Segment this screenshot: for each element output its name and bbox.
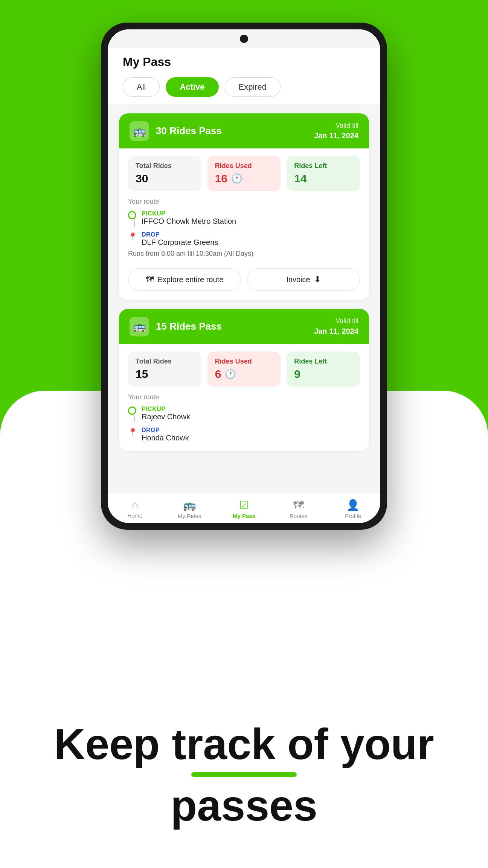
pass-name-15: 15 Rides Pass [156, 321, 222, 332]
drop-name-15: Honda Chowk [142, 434, 189, 442]
pass-card-30: 🚌 30 Rides Pass Valid till Jan 11, 2024 [119, 113, 369, 300]
total-rides-box-15: Total Rides 15 [128, 351, 201, 387]
nav-item-profile[interactable]: 👤 Profile [326, 499, 380, 519]
tagline-line2: passes [0, 781, 488, 830]
ride-stats-30: Total Rides 30 Rides Used 16 🕐 [119, 148, 369, 194]
camera [240, 35, 248, 43]
tagline-underline [191, 772, 297, 777]
pass-bus-icon-15: 🚌 [130, 317, 149, 336]
explore-label-30: Explore entire route [158, 275, 224, 284]
drop-stop-15: 📍 DROP Honda Chowk [128, 427, 360, 442]
nav-label-profile: Profile [345, 513, 361, 519]
pickup-info-30: PICKUP IFFCO Chowk Metro Station [142, 210, 236, 226]
total-rides-box-30: Total Rides 30 [128, 156, 201, 191]
valid-till-label-30: Valid till [314, 121, 358, 130]
total-rides-label-15: Total Rides [136, 358, 194, 365]
pass-card-15: 🚌 15 Rides Pass Valid till Jan 11, 2024 [119, 309, 369, 451]
action-buttons-30: 🗺 Explore entire route Invoice ⬇ [119, 264, 369, 300]
rides-icon: 🚌 [183, 499, 196, 511]
rides-used-label-30: Rides Used [215, 162, 273, 170]
tab-active[interactable]: Active [166, 77, 218, 97]
bottom-text-section: Keep track of your passes [0, 720, 488, 831]
profile-icon: 👤 [346, 499, 360, 511]
pass-validity-30: Valid till Jan 11, 2024 [314, 121, 358, 141]
drop-pin-30: 📍 [128, 232, 136, 240]
history-icon-30: 🕐 [231, 173, 242, 184]
total-rides-value-15: 15 [136, 368, 194, 381]
rides-used-inner-30: 16 🕐 [215, 172, 273, 185]
phone-notch [108, 29, 380, 48]
route-label-30: Your route [128, 198, 360, 206]
stop-connector-30 [134, 219, 135, 227]
nav-item-my-rides[interactable]: 🚌 My Rides [162, 499, 217, 519]
drop-info-30: DROP DLF Corporate Greens [142, 231, 218, 247]
nav-label-home: Home [127, 512, 142, 519]
pickup-stop-30: PICKUP IFFCO Chowk Metro Station [128, 210, 360, 228]
app-header: My Pass [108, 48, 380, 73]
pickup-name-30: IFFCO Chowk Metro Station [142, 217, 236, 226]
phone: My Pass All Active Expired 🚌 3 [101, 23, 387, 530]
nav-label-my-rides: My Rides [178, 513, 201, 519]
history-icon-15: 🕐 [225, 369, 236, 379]
tab-expired[interactable]: Expired [225, 77, 281, 97]
nav-item-home[interactable]: ⌂ Home [108, 499, 162, 519]
tabs-row: All Active Expired [108, 73, 380, 104]
total-rides-label-30: Total Rides [136, 162, 194, 170]
pickup-type-label-30: PICKUP [142, 210, 236, 217]
valid-till-label-15: Valid till [314, 316, 358, 326]
page-title: My Pass [123, 55, 365, 69]
nav-label-my-pass: My Pass [233, 513, 255, 519]
explore-route-button-30[interactable]: 🗺 Explore entire route [128, 268, 241, 291]
download-icon-30: ⬇ [314, 275, 321, 284]
valid-till-date-15: Jan 11, 2024 [314, 326, 358, 336]
rides-used-box-15: Rides Used 6 🕐 [207, 351, 281, 387]
pass-bus-icon: 🚌 [130, 121, 149, 141]
drop-info-15: DROP Honda Chowk [142, 427, 189, 442]
route-section-15: Your route PICKUP Rajeev Chowk [119, 390, 369, 451]
pickup-name-15: Rajeev Chowk [142, 413, 190, 421]
rides-used-box-30: Rides Used 16 🕐 [207, 156, 281, 191]
rides-left-value-15: 9 [294, 368, 352, 381]
rides-used-label-15: Rides Used [215, 358, 273, 365]
drop-stop-30: 📍 DROP DLF Corporate Greens [128, 231, 360, 247]
route-section-30: Your route PICKUP IFFCO Chowk Metro Stat… [119, 194, 369, 264]
pass-card-header-15: 🚌 15 Rides Pass Valid till Jan 11, 2024 [119, 309, 369, 344]
routes-icon: 🗺 [293, 499, 304, 511]
rides-left-value-30: 14 [294, 172, 352, 185]
home-icon: ⌂ [132, 499, 138, 511]
rides-left-box-15: Rides Left 9 [287, 351, 360, 387]
total-rides-value-30: 30 [136, 172, 194, 185]
tab-all[interactable]: All [123, 77, 160, 97]
invoice-button-30[interactable]: Invoice ⬇ [247, 268, 360, 291]
drop-type-label-30: DROP [142, 231, 218, 238]
nav-label-routes: Routes [290, 513, 308, 519]
route-label-15: Your route [128, 393, 360, 401]
rides-left-label-15: Rides Left [294, 358, 352, 365]
scroll-content: 🚌 30 Rides Pass Valid till Jan 11, 2024 [108, 104, 380, 494]
pass-card-header-30: 🚌 30 Rides Pass Valid till Jan 11, 2024 [119, 113, 369, 148]
bottom-nav: ⌂ Home 🚌 My Rides ☑ My Pass 🗺 Routes [108, 494, 380, 523]
phone-wrapper: My Pass All Active Expired 🚌 3 [101, 23, 387, 530]
pickup-type-label-15: PICKUP [142, 406, 190, 413]
drop-pin-15: 📍 [128, 428, 136, 436]
tagline-line1: Keep track of your [0, 720, 488, 768]
rides-left-box-30: Rides Left 14 [287, 156, 360, 191]
rides-used-value-30: 16 [215, 172, 227, 185]
valid-till-date-30: Jan 11, 2024 [314, 130, 358, 141]
map-icon-30: 🗺 [146, 275, 154, 284]
ride-stats-15: Total Rides 15 Rides Used 6 🕐 [119, 344, 369, 390]
nav-item-routes[interactable]: 🗺 Routes [271, 499, 326, 519]
rides-used-inner-15: 6 🕐 [215, 368, 273, 381]
drop-name-30: DLF Corporate Greens [142, 238, 218, 247]
phone-screen: My Pass All Active Expired 🚌 3 [108, 29, 380, 523]
stop-connector-15 [134, 415, 135, 422]
nav-item-my-pass[interactable]: ☑ My Pass [217, 499, 271, 519]
invoice-label-30: Invoice [286, 275, 310, 284]
pickup-stop-15: PICKUP Rajeev Chowk [128, 406, 360, 424]
runs-text-30: Runs from 8:00 am till 10:30am (All Days… [128, 250, 360, 258]
pass-card-header-left: 🚌 30 Rides Pass [130, 121, 222, 141]
pickup-dot-15 [128, 406, 136, 415]
pickup-info-15: PICKUP Rajeev Chowk [142, 406, 190, 421]
app-content: My Pass All Active Expired 🚌 3 [108, 48, 380, 523]
rides-left-label-30: Rides Left [294, 162, 352, 170]
